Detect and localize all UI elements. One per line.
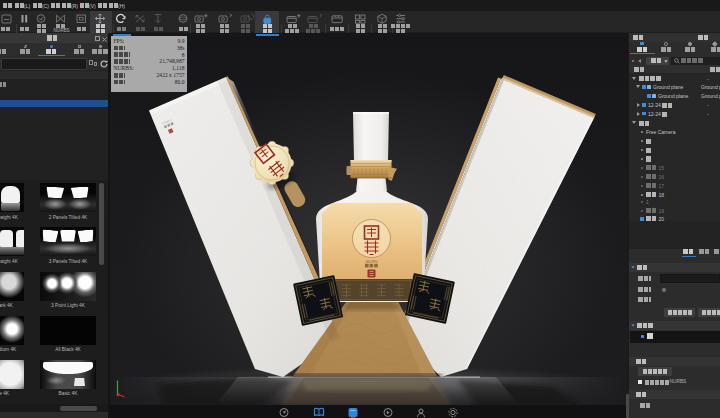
- svg-text:GUOFU: GUOFU: [365, 260, 378, 264]
